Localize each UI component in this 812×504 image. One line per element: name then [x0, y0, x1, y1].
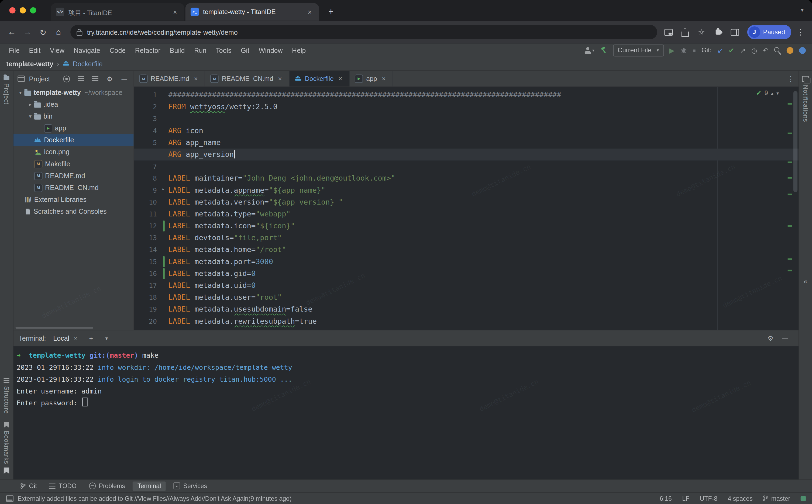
- menu-item-build[interactable]: Build: [165, 46, 189, 54]
- menu-item-navigate[interactable]: Navigate: [69, 46, 105, 54]
- code-line[interactable]: ARG app_version: [165, 149, 799, 160]
- new-tab-button[interactable]: [324, 5, 338, 19]
- share-icon[interactable]: [678, 25, 692, 39]
- side-panel-icon[interactable]: [727, 25, 742, 39]
- terminal-output[interactable]: ➜ template-wetty git:(master) make2023-0…: [13, 346, 799, 479]
- tree-item-app[interactable]: ▶app: [13, 122, 134, 134]
- rollback-icon[interactable]: [763, 46, 769, 54]
- more-windows-icon[interactable]: [802, 76, 809, 82]
- code-line[interactable]: ARG icon: [165, 125, 799, 137]
- tree-item-dockerfile[interactable]: Dockerfile: [13, 134, 134, 146]
- panel-settings-icon[interactable]: [105, 74, 115, 84]
- code-line[interactable]: LABEL metadata.usesubdomain=false: [165, 303, 799, 315]
- hide-terminal-icon[interactable]: [780, 333, 790, 343]
- breadcrumb-project[interactable]: template-wetty: [6, 60, 53, 68]
- locate-file-icon[interactable]: [61, 74, 71, 84]
- tool-window-button-project[interactable]: Project: [3, 83, 10, 104]
- minimize-window-button[interactable]: [20, 7, 26, 13]
- browser-tab-template-wetty-titanide[interactable]: >_template-wetty - TitanIDE: [185, 3, 319, 21]
- tree-item-template-wetty[interactable]: template-wetty~/workspace: [13, 87, 134, 98]
- close-icon[interactable]: [305, 8, 314, 16]
- browser-tab-titanide[interactable]: </>项目 - TitanIDE: [51, 3, 184, 21]
- code-line[interactable]: LABEL devtools="file,port": [165, 232, 799, 244]
- status-link-don-t-ask-again[interactable]: Don't Ask Again: [205, 495, 249, 502]
- code-line[interactable]: [165, 160, 799, 172]
- build-hammer-icon[interactable]: [600, 47, 607, 54]
- code-line[interactable]: ########################################…: [165, 89, 799, 101]
- menu-item-window[interactable]: Window: [254, 46, 287, 54]
- search-everywhere-icon[interactable]: [774, 47, 781, 54]
- status-link-view-files[interactable]: View Files: [138, 495, 166, 502]
- tree-item-readme-md[interactable]: MREADME.md: [13, 170, 134, 182]
- site-lock-icon[interactable]: [77, 31, 82, 35]
- fullscreen-window-button[interactable]: [30, 7, 36, 13]
- pip-icon[interactable]: [661, 25, 676, 39]
- tool-window-button-bookmarks[interactable]: Bookmarks: [3, 431, 10, 464]
- line-separator[interactable]: LF: [682, 495, 689, 502]
- tree-item-scratches-and-consoles[interactable]: Scratches and Consoles: [13, 206, 134, 218]
- next-problem-icon[interactable]: [776, 91, 779, 96]
- codewithme-avatar-icon[interactable]: [799, 47, 806, 54]
- indent-style[interactable]: 4 spaces: [728, 495, 752, 502]
- code-line[interactable]: LABEL metadata.type="webapp": [165, 208, 799, 220]
- close-icon[interactable]: [337, 75, 344, 82]
- code-line[interactable]: LABEL metadata.port=3000: [165, 256, 799, 268]
- menu-item-tools[interactable]: Tools: [211, 46, 236, 54]
- git-push-icon[interactable]: [740, 46, 746, 54]
- close-icon[interactable]: [276, 75, 284, 82]
- browser-menu-icon[interactable]: [793, 25, 808, 39]
- fold-arrow-icon[interactable]: [162, 187, 164, 192]
- structure-tool-icon[interactable]: [4, 378, 9, 383]
- editor-tab-dockerfile[interactable]: Dockerfile: [289, 71, 350, 87]
- editor[interactable]: 123456789101112131415161718192021 ######…: [134, 87, 799, 330]
- terminal-settings-icon[interactable]: [765, 333, 776, 343]
- code-line[interactable]: FROM wettyoss/wetty:2.5.0: [165, 101, 799, 113]
- code-line[interactable]: LABEL metadata.uid=0: [165, 279, 799, 291]
- editor-scrollbar[interactable]: [793, 91, 797, 192]
- close-icon[interactable]: [73, 335, 79, 341]
- address-bar[interactable]: try.titanide.cn/ide/web/coding/template-…: [70, 25, 657, 39]
- caret-position[interactable]: 6:16: [660, 495, 672, 502]
- extensions-puzzle-icon[interactable]: [711, 25, 725, 39]
- bookmarks-tool-icon[interactable]: [4, 422, 9, 427]
- status-indicator-icon[interactable]: [801, 496, 806, 501]
- tool-window-button-terminal[interactable]: Terminal: [133, 481, 166, 491]
- git-commit-icon[interactable]: [729, 46, 734, 54]
- close-window-button[interactable]: [9, 7, 16, 13]
- code-line[interactable]: LABEL maintainer="John Deng <john.deng@o…: [165, 172, 799, 184]
- editor-tab-readme-cn-md[interactable]: MREADME_CN.md: [205, 71, 289, 87]
- inspections-widget[interactable]: 9: [756, 89, 779, 97]
- event-log-icon[interactable]: [6, 495, 13, 501]
- prev-problem-icon[interactable]: [771, 91, 773, 96]
- tool-window-button-git[interactable]: Git: [16, 481, 42, 491]
- reload-button[interactable]: [35, 24, 51, 40]
- code-line[interactable]: LABEL metadata.appname="${app_name}": [165, 184, 799, 196]
- bookmark-star-icon[interactable]: [694, 25, 709, 39]
- expand-all-icon[interactable]: [75, 74, 86, 84]
- project-tool-icon[interactable]: [4, 76, 9, 80]
- editor-tabs-menu-icon[interactable]: [787, 75, 794, 83]
- git-branch-widget[interactable]: master: [763, 495, 790, 502]
- git-update-icon[interactable]: [717, 46, 723, 54]
- code-line[interactable]: LABEL metadata.gid=0: [165, 268, 799, 279]
- code-area[interactable]: ########################################…: [165, 87, 799, 330]
- home-button[interactable]: [51, 24, 66, 40]
- history-icon[interactable]: [751, 46, 757, 54]
- new-terminal-button[interactable]: [86, 333, 96, 343]
- menu-item-help[interactable]: Help: [287, 46, 311, 54]
- tool-window-button-services[interactable]: ▸Services: [169, 481, 212, 491]
- code-line[interactable]: LABEL metadata.user="root": [165, 291, 799, 303]
- terminal-dropdown-icon[interactable]: [101, 333, 112, 343]
- chevron-right-icon[interactable]: [26, 101, 34, 107]
- menu-item-git[interactable]: Git: [236, 46, 254, 54]
- horizontal-scrollbar[interactable]: [16, 327, 93, 329]
- tree-item-readme-cn-md[interactable]: MREADME_CN.md: [13, 182, 134, 194]
- editor-tab-readme-md[interactable]: MREADME.md: [134, 71, 205, 87]
- bookmark-flag-icon[interactable]: [4, 467, 9, 474]
- tab-search-chevron-icon[interactable]: [801, 7, 804, 13]
- tree-item-idea[interactable]: .idea: [13, 98, 134, 110]
- url-text[interactable]: try.titanide.cn/ide/web/coding/template-…: [87, 28, 238, 36]
- tree-item-icon-png[interactable]: icon.png: [13, 146, 134, 158]
- tree-item-makefile[interactable]: MMakefile: [13, 158, 134, 170]
- code-line[interactable]: LABEL metadata.icon="${icon}": [165, 220, 799, 232]
